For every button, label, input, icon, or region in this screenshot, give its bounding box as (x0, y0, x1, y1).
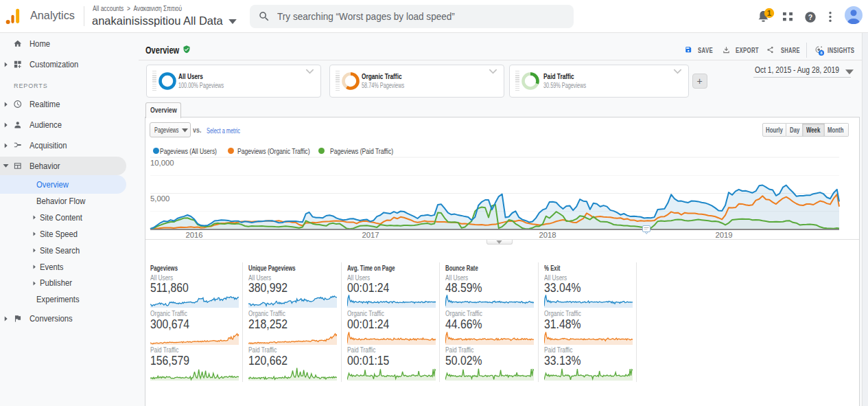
svg-text:2018: 2018 (539, 231, 556, 239)
svg-text:8: 8 (820, 51, 822, 55)
svg-text:10,000: 10,000 (150, 159, 174, 167)
svg-text:?: ? (808, 13, 812, 21)
svg-text:2016: 2016 (185, 231, 202, 239)
svg-text:2019: 2019 (715, 231, 732, 239)
svg-text:2017: 2017 (362, 231, 379, 239)
svg-text:1: 1 (766, 9, 771, 17)
svg-text:5,000: 5,000 (150, 194, 169, 203)
